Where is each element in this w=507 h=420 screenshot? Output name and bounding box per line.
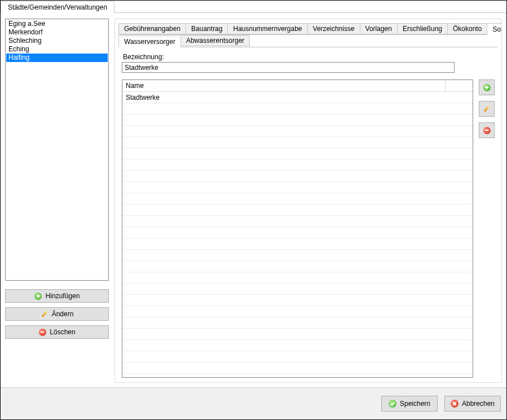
- bezeichnung-input[interactable]: [122, 62, 455, 73]
- pencil-icon: [41, 310, 49, 318]
- check-icon: [389, 400, 396, 408]
- main-tab-strip: GebührenangabenBauantragHausnummernverga…: [118, 23, 498, 35]
- main-tab[interactable]: Ökokonto: [447, 23, 487, 34]
- grid-delete-button[interactable]: [479, 122, 495, 138]
- plus-icon: [34, 292, 42, 300]
- app-window: Städte/Gemeinden/Verwaltungen Eging a.Se…: [0, 0, 507, 420]
- list-item[interactable]: Halfing: [6, 54, 108, 62]
- main-area: Eging a.SeeMerkendorfSchlechingEchingHal…: [1, 13, 506, 387]
- cancel-icon: [451, 400, 458, 408]
- footer-bar: Speichern Abbrechen: [1, 387, 506, 419]
- sub-tab[interactable]: Abwasserentsorger: [180, 35, 250, 46]
- outer-tab-strip: Städte/Gemeinden/Verwaltungen: [1, 1, 506, 13]
- grid-area: Name Stadtwerke: [122, 79, 495, 378]
- grid-header-name[interactable]: Name: [122, 80, 446, 91]
- providers-grid[interactable]: Name Stadtwerke: [122, 79, 473, 378]
- main-tab[interactable]: Bauantrag: [186, 23, 228, 34]
- edit-button[interactable]: Ändern: [5, 307, 109, 321]
- left-buttons: Hinzufügen Ändern Löschen: [5, 289, 109, 339]
- main-tab[interactable]: Gebührenangaben: [118, 23, 186, 34]
- delete-button[interactable]: Löschen: [5, 325, 109, 339]
- grid-edit-button[interactable]: [479, 101, 495, 117]
- sub-tab[interactable]: Wasserversorger: [118, 36, 181, 47]
- list-item[interactable]: Eging a.See: [6, 20, 108, 28]
- cancel-button-label: Abbrechen: [462, 400, 495, 408]
- list-item[interactable]: Schleching: [6, 37, 108, 45]
- save-button-label: Speichern: [400, 400, 430, 408]
- edit-button-label: Ändern: [52, 310, 74, 318]
- main-tab[interactable]: Erschließung: [397, 23, 448, 34]
- plus-icon: [483, 84, 491, 91]
- bezeichnung-label: Bezeichnung:: [122, 53, 495, 61]
- left-column: Eging a.SeeMerkendorfSchlechingEchingHal…: [5, 19, 109, 383]
- list-item[interactable]: Merkendorf: [6, 28, 108, 37]
- city-listbox[interactable]: Eging a.SeeMerkendorfSchlechingEchingHal…: [5, 19, 109, 281]
- delete-button-label: Löschen: [50, 328, 75, 336]
- grid-body: Stadtwerke: [122, 92, 473, 377]
- pencil-icon: [483, 105, 491, 113]
- outer-tab-label: Städte/Gemeinden/Verwaltungen: [8, 3, 107, 11]
- add-button[interactable]: Hinzufügen: [5, 289, 109, 303]
- tab-content: Bezeichnung: Name Stadtwerke: [118, 47, 498, 379]
- minus-icon: [38, 328, 46, 336]
- grid-header: Name: [122, 80, 473, 92]
- grid-add-button[interactable]: [479, 79, 495, 95]
- detail-panel: GebührenangabenBauantragHausnummernverga…: [114, 19, 502, 383]
- main-tab[interactable]: Sonstiges: [487, 23, 502, 35]
- minus-icon: [483, 127, 491, 134]
- main-tab[interactable]: Vorlagen: [360, 23, 398, 34]
- grid-header-extra[interactable]: [446, 80, 473, 91]
- cancel-button[interactable]: Abbrechen: [444, 396, 501, 412]
- list-item[interactable]: Eching: [6, 45, 108, 54]
- main-tab[interactable]: Verzeichnisse: [307, 23, 360, 34]
- save-button[interactable]: Speichern: [381, 396, 438, 412]
- main-tab[interactable]: Hausnummernvergabe: [227, 23, 307, 34]
- table-row[interactable]: Stadtwerke: [122, 92, 473, 103]
- add-button-label: Hinzufügen: [46, 292, 80, 300]
- sub-tab-strip: WasserversorgerAbwasserentsorger: [118, 35, 498, 47]
- outer-tab-cities[interactable]: Städte/Gemeinden/Verwaltungen: [1, 1, 114, 14]
- grid-action-buttons: [479, 79, 495, 378]
